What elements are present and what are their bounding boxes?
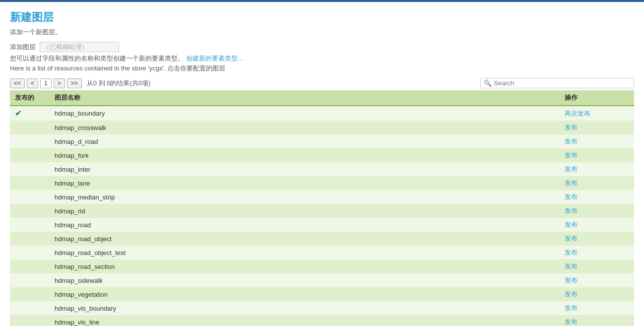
cell-published xyxy=(10,121,50,134)
cell-action: 发布 xyxy=(560,315,634,326)
publish-link[interactable]: 发布 xyxy=(565,276,578,284)
cell-published: ✔ xyxy=(10,106,50,121)
search-input[interactable] xyxy=(494,79,631,87)
table-header-row: 发布的 图层名称 操作 xyxy=(10,90,634,106)
cell-layer-name: hdmap_d_road xyxy=(50,134,560,148)
publish-link[interactable]: 发布 xyxy=(565,137,578,145)
table-row: hdmap_lane发布 xyxy=(10,176,634,190)
cell-layer-name: hdmap_lane xyxy=(50,176,560,190)
next-page-top-button[interactable]: > xyxy=(54,78,65,88)
cell-published xyxy=(10,260,50,273)
page-title: 新建图层 xyxy=(10,10,634,25)
table-row: hdmap_fork发布 xyxy=(10,148,634,162)
table-row: hdmap_inter发布 xyxy=(10,162,634,176)
cell-layer-name: hdmap_road_section xyxy=(50,260,560,273)
cell-published xyxy=(10,218,50,232)
cell-action: 发布 xyxy=(560,232,634,246)
cell-layer-name: hdmap_road_object_text xyxy=(50,246,560,260)
first-page-top-button[interactable]: << xyxy=(10,78,25,88)
cell-published xyxy=(10,134,50,148)
publish-link[interactable]: 发布 xyxy=(565,235,578,242)
cell-layer-name: hdmap_boundary xyxy=(50,106,560,121)
layers-table: 发布的 图层名称 操作 ✔hdmap_boundary再次发布hdmap_cro… xyxy=(10,90,634,326)
table-row: hdmap_vis_line发布 xyxy=(10,315,634,326)
cell-layer-name: hdmap_sidewalk xyxy=(50,273,560,287)
cell-action: 发布 xyxy=(560,148,634,162)
table-row: hdmap_sidewalk发布 xyxy=(10,273,634,287)
current-page-top: 1 xyxy=(40,78,52,88)
cell-published xyxy=(10,315,50,326)
cell-published xyxy=(10,232,50,246)
publish-link[interactable]: 发布 xyxy=(565,249,578,256)
cell-published xyxy=(10,301,50,315)
table-row: hdmap_road_object发布 xyxy=(10,232,634,246)
cell-layer-name: hdmap_road xyxy=(50,218,560,232)
cell-layer-name: hdmap_road_object xyxy=(50,232,560,246)
col-header-name: 图层名称 xyxy=(50,90,560,106)
info-text2: Here is a list of resources contained in… xyxy=(10,64,634,73)
published-checkmark: ✔ xyxy=(15,109,21,118)
page-subtitle: 添加一个新图层。 xyxy=(10,28,634,37)
cell-layer-name: hdmap_inter xyxy=(50,162,560,176)
add-layer-row: 添加图层 xyxy=(10,42,634,52)
add-layer-label: 添加图层 xyxy=(10,43,36,52)
publish-link[interactable]: 发布 xyxy=(565,151,578,159)
result-info-top: 从0 到 0的结果(共0项) xyxy=(87,79,151,88)
cell-layer-name: hdmap_median_strip xyxy=(50,190,560,204)
cell-published xyxy=(10,204,50,218)
cell-action: 发布 xyxy=(560,121,634,134)
search-box: 🔍 xyxy=(480,78,634,88)
cell-published xyxy=(10,246,50,260)
cell-action: 发布 xyxy=(560,287,634,301)
table-row: hdmap_vegetation发布 xyxy=(10,287,634,301)
cell-layer-name: hdmap_vis_boundary xyxy=(50,301,560,315)
cell-action: 发布 xyxy=(560,176,634,190)
info-text: 您可以通过字段和属性的名称和类型创建一个新的要素类型。 创建新的要素类型... xyxy=(10,54,634,63)
cell-action: 发布 xyxy=(560,246,634,260)
publish-link[interactable]: 发布 xyxy=(565,318,578,326)
cell-layer-name: hdmap_crosswalk xyxy=(50,121,560,134)
cell-action: 发布 xyxy=(560,260,634,273)
cell-action: 发布 xyxy=(560,190,634,204)
table-row: hdmap_median_strip发布 xyxy=(10,190,634,204)
table-row: hdmap_vis_boundary发布 xyxy=(10,301,634,315)
publish-link[interactable]: 发布 xyxy=(565,304,578,312)
publish-link[interactable]: 发布 xyxy=(565,124,578,131)
last-page-top-button[interactable]: >> xyxy=(67,78,82,88)
search-icon: 🔍 xyxy=(484,79,492,87)
cell-action: 发布 xyxy=(560,134,634,148)
cell-published xyxy=(10,273,50,287)
pagination-top: << < 1 > >> 从0 到 0的结果(共0项) 🔍 xyxy=(10,78,634,88)
publish-link[interactable]: 发布 xyxy=(565,165,578,173)
cell-layer-name: hdmap_vegetation xyxy=(50,287,560,301)
publish-link[interactable]: 发布 xyxy=(565,193,578,200)
republish-link[interactable]: 再次发布 xyxy=(565,110,590,117)
cell-published xyxy=(10,176,50,190)
cell-layer-name: hdmap_fork xyxy=(50,148,560,162)
publish-link[interactable]: 发布 xyxy=(565,262,578,270)
cell-layer-name: hdmap_rid xyxy=(50,204,560,218)
col-header-action: 操作 xyxy=(560,90,634,106)
table-row: hdmap_road_section发布 xyxy=(10,260,634,273)
publish-link[interactable]: 发布 xyxy=(565,290,578,298)
create-feature-type-link[interactable]: 创建新的要素类型... xyxy=(186,55,243,62)
publish-link[interactable]: 发布 xyxy=(565,207,578,214)
table-row: hdmap_rid发布 xyxy=(10,204,634,218)
publish-link[interactable]: 发布 xyxy=(565,221,578,228)
table-row: ✔hdmap_boundary再次发布 xyxy=(10,106,634,121)
cell-published xyxy=(10,287,50,301)
publish-link[interactable]: 发布 xyxy=(565,179,578,187)
table-row: hdmap_d_road发布 xyxy=(10,134,634,148)
table-row: hdmap_road发布 xyxy=(10,218,634,232)
table-row: hdmap_road_object_text发布 xyxy=(10,246,634,260)
cell-action: 发布 xyxy=(560,301,634,315)
cell-layer-name: hdmap_vis_line xyxy=(50,315,560,326)
prev-page-top-button[interactable]: < xyxy=(27,78,38,88)
cell-action: 发布 xyxy=(560,273,634,287)
cell-published xyxy=(10,148,50,162)
add-layer-input[interactable] xyxy=(40,42,119,52)
table-row: hdmap_crosswalk发布 xyxy=(10,121,634,134)
cell-action: 发布 xyxy=(560,162,634,176)
col-header-published: 发布的 xyxy=(10,90,50,106)
cell-action: 发布 xyxy=(560,218,634,232)
